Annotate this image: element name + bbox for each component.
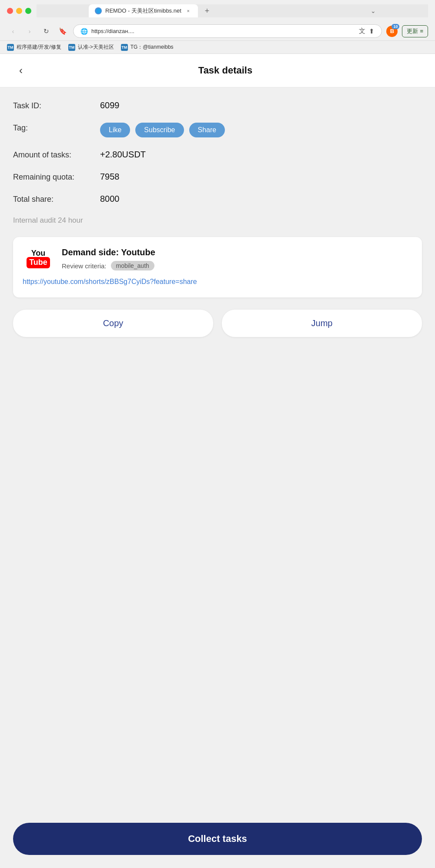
bookmark-favicon-2: TM [68,44,75,51]
nav-bookmark-button[interactable]: 🔖 [57,25,69,37]
mobile-auth-badge: mobile_auth [111,261,154,270]
brave-badge[interactable]: B 10 [386,26,398,37]
tab-title: REMDO - 天美社区timibbs.net [105,7,181,15]
yt-you-text: You [31,249,46,257]
tag-share: Share [189,123,225,137]
brave-count: 10 [392,24,399,29]
youtube-logo: You Tube [23,247,54,270]
collect-tasks-button[interactable]: Collect tasks [13,823,422,855]
total-label: Total share: [13,194,100,204]
address-url: https://dianzан.... [91,28,355,34]
bottom-spacer [13,354,422,814]
bookmark-item-3[interactable]: TM TG：@tianmeibbs [121,43,174,51]
remaining-label: Remaining quota: [13,172,100,182]
yt-info: Demand side: Youtube Review criteria: mo… [62,247,412,270]
tab-close-button[interactable]: × [185,7,192,14]
tab-bar: 🌐 REMDO - 天美社区timibbs.net × + ⌄ [37,4,428,17]
translate-icon[interactable]: 文 [359,27,365,35]
tag-like: Like [100,123,130,137]
update-label: 更新 [407,27,418,35]
menu-icon: ≡ [420,28,423,34]
audit-note: Internal audit 24 hour [13,216,422,225]
new-tab-button[interactable]: + [201,5,213,17]
total-row: Total share: 8000 [13,194,422,204]
active-tab[interactable]: 🌐 REMDO - 天美社区timibbs.net × [89,4,198,17]
bookmark-item-1[interactable]: TM 程序搭建/开发/修复 [7,43,61,51]
bookmark-favicon-1: TM [7,44,14,51]
yt-tube-text: Tube [27,257,50,268]
yt-header: You Tube Demand side: Youtube Review cri… [23,247,412,270]
share-icon[interactable]: ⬆ [369,27,375,35]
minimize-light[interactable] [16,8,22,14]
page-content: ‹ Task details Task ID: 6099 Tag: Like S… [0,54,435,868]
bookmark-label-1: 程序搭建/开发/修复 [17,43,61,51]
amount-value: +2.80USDT [100,150,146,160]
address-bar-row: ‹ › ↻ 🔖 🌐 https://dianzан.... 文 ⬆ B 10 更… [0,22,435,40]
nav-back-button[interactable]: ‹ [7,25,19,37]
back-button[interactable]: ‹ [13,63,29,78]
close-light[interactable] [7,8,13,14]
task-details: Task ID: 6099 Tag: Like Subscribe Share … [0,87,435,814]
amount-row: Amount of tasks: +2.80USDT [13,150,422,160]
youtube-card: You Tube Demand side: Youtube Review cri… [13,237,422,297]
amount-label: Amount of tasks: [13,150,100,160]
tab-favicon: 🌐 [95,7,102,14]
address-globe-icon: 🌐 [80,28,88,35]
task-id-row: Task ID: 6099 [13,100,422,110]
total-value: 8000 [100,194,120,204]
collect-tasks-bar: Collect tasks [0,814,435,868]
yt-logo-inner: You Tube [27,249,50,268]
jump-button[interactable]: Jump [222,310,422,337]
tag-row: Tag: Like Subscribe Share [13,123,422,137]
bookmark-item-2[interactable]: TM 认准->天美社区 [68,43,114,51]
update-button[interactable]: 更新 ≡ [402,25,428,37]
address-input[interactable]: 🌐 https://dianzан.... 文 ⬆ [73,24,382,38]
bookmark-favicon-3: TM [121,44,128,51]
bookmark-label-2: 认准->天美社区 [78,43,114,51]
nav-forward-button[interactable]: › [23,25,36,37]
maximize-light[interactable] [25,8,31,14]
tag-label: Tag: [13,123,100,133]
nav-refresh-button[interactable]: ↻ [40,25,52,37]
titlebar: 🌐 REMDO - 天美社区timibbs.net × + ⌄ [0,0,435,22]
task-id-value: 6099 [100,100,120,110]
yt-title: Demand side: Youtube [62,247,412,257]
traffic-lights [7,8,31,14]
tab-chevron-icon[interactable]: ⌄ [371,7,376,14]
remaining-value: 7958 [100,172,120,182]
criteria-label: Review criteria: [62,262,107,270]
page-title: Task details [29,65,422,76]
action-buttons: Copy Jump [13,310,422,337]
copy-button[interactable]: Copy [13,310,213,337]
yt-url[interactable]: https://youtube.com/shorts/zBBSg7CyiDs?f… [23,277,412,287]
browser-chrome: 🌐 REMDO - 天美社区timibbs.net × + ⌄ ‹ › ↻ 🔖 … [0,0,435,54]
bookmarks-bar: TM 程序搭建/开发/修复 TM 认准->天美社区 TM TG：@tianmei… [0,40,435,53]
task-id-label: Task ID: [13,100,100,110]
tags-container: Like Subscribe Share [100,123,225,137]
tag-subscribe: Subscribe [135,123,184,137]
page-header: ‹ Task details [0,54,435,87]
remaining-row: Remaining quota: 7958 [13,172,422,182]
bookmark-label-3: TG：@tianmeibbs [130,43,174,51]
yt-criteria-row: Review criteria: mobile_auth [62,261,412,270]
